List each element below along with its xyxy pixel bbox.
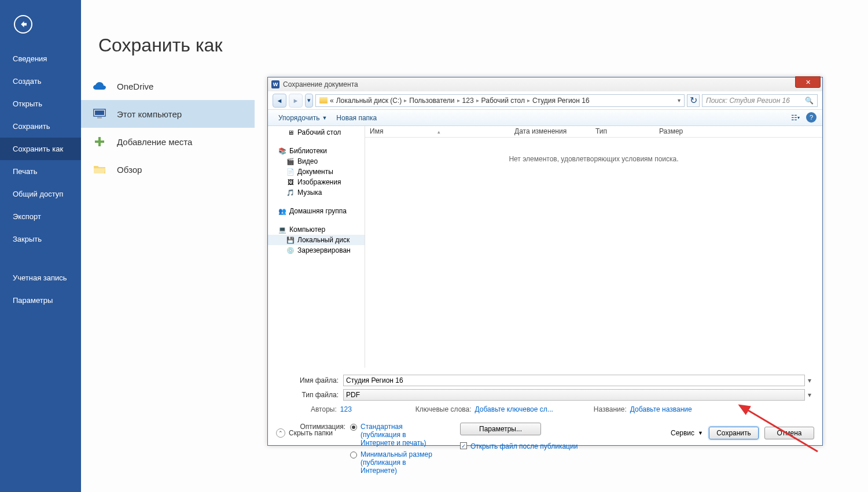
- tree-images[interactable]: 🖼Изображения: [268, 177, 365, 187]
- title-value[interactable]: Добавьте название: [630, 405, 692, 413]
- nav-back-button[interactable]: ◄: [273, 94, 286, 108]
- filename-input[interactable]: [343, 375, 805, 386]
- filename-label: Имя файла:: [276, 376, 343, 384]
- col-type[interactable]: Тип: [591, 126, 654, 137]
- tree-video[interactable]: 🎬Видео: [268, 156, 365, 167]
- col-size[interactable]: Размер: [654, 126, 688, 137]
- dialog-titlebar[interactable]: W Сохранение документа ✕: [268, 77, 822, 91]
- nav-options[interactable]: Параметры: [0, 289, 81, 312]
- address-bar[interactable]: « Локальный диск (C:)▸ Пользователи▸ 123…: [315, 94, 685, 107]
- save-button[interactable]: Сохранить: [709, 427, 759, 439]
- filetype-select[interactable]: PDF: [343, 389, 805, 401]
- cancel-button[interactable]: Отмена: [764, 427, 814, 439]
- refresh-button[interactable]: ↻: [687, 94, 700, 107]
- nav-forward-button[interactable]: ►: [289, 94, 303, 108]
- help-button[interactable]: ?: [806, 112, 816, 123]
- col-name[interactable]: Имя ▴: [365, 126, 510, 137]
- radio-icon: [350, 452, 357, 458]
- cloud-icon: [93, 79, 106, 93]
- document-icon: 📄: [286, 168, 295, 176]
- file-menu-sidebar: Сведения Создать Открыть Сохранить Сохра…: [0, 0, 81, 492]
- refresh-icon: ↻: [690, 95, 697, 106]
- nav-close[interactable]: Закрыть: [0, 228, 81, 250]
- search-icon: 🔍: [805, 97, 814, 105]
- view-button[interactable]: ☷▾: [789, 112, 801, 124]
- tree-music[interactable]: 🎵Музыка: [268, 187, 365, 198]
- tree-homegroup[interactable]: 👥Домашняя группа: [268, 206, 365, 216]
- tree-libraries[interactable]: 📚Библиотеки: [268, 146, 365, 156]
- authors-value[interactable]: 123: [340, 405, 352, 413]
- folder-icon: [319, 97, 328, 103]
- column-headers: Имя ▴ Дата изменения Тип Размер: [365, 126, 822, 138]
- folder-tree[interactable]: 🖥Рабочий стол 📚Библиотеки 🎬Видео 📄Докуме…: [268, 126, 365, 368]
- loc-add-place[interactable]: Добавление места: [81, 128, 255, 156]
- tree-local-disk[interactable]: 💾Локальный диск: [268, 235, 365, 245]
- checkbox-icon: ✓: [460, 442, 467, 449]
- page-title: Сохранить как: [81, 0, 868, 72]
- hide-folders-button[interactable]: ⌃ Скрыть папки: [276, 428, 333, 438]
- desktop-icon: 🖥: [286, 128, 295, 136]
- title-label: Название:: [594, 405, 627, 413]
- loc-label: Этот компьютер: [117, 109, 182, 119]
- authors-label: Авторы:: [311, 405, 337, 413]
- homegroup-icon: 👥: [278, 207, 286, 215]
- keywords-label: Ключевые слова:: [415, 405, 472, 413]
- keywords-value[interactable]: Добавьте ключевое сл...: [475, 405, 553, 413]
- breadcrumb-seg[interactable]: Рабочий стол: [481, 97, 525, 105]
- open-after-checkbox[interactable]: ✓Открыть файл после публикации: [460, 442, 578, 450]
- breadcrumb-seg[interactable]: «: [330, 97, 334, 105]
- music-icon: 🎵: [286, 188, 295, 197]
- loc-label: OneDrive: [117, 82, 153, 91]
- tree-reserved[interactable]: 💿Зарезервирован: [268, 245, 365, 256]
- col-modified[interactable]: Дата изменения: [510, 126, 591, 137]
- nav-open[interactable]: Открыть: [0, 93, 81, 115]
- back-button[interactable]: [14, 15, 32, 34]
- loc-label: Добавление места: [117, 137, 192, 147]
- nav-share[interactable]: Общий доступ: [0, 183, 81, 205]
- dialog-body: 🖥Рабочий стол 📚Библиотеки 🎬Видео 📄Докуме…: [268, 126, 822, 368]
- chevron-up-icon: ⌃: [276, 428, 285, 438]
- breadcrumb-seg[interactable]: Студия Регион 16: [532, 97, 590, 105]
- close-button[interactable]: ✕: [795, 76, 821, 88]
- nav-saveas[interactable]: Сохранить как: [0, 138, 81, 160]
- plus-icon: [93, 135, 106, 149]
- search-input[interactable]: Поиск: Студия Регион 16 🔍: [702, 94, 818, 107]
- nav-info[interactable]: Сведения: [0, 47, 81, 70]
- loc-browse[interactable]: Обзор: [81, 156, 255, 183]
- close-icon: ✕: [806, 79, 811, 86]
- new-folder-button[interactable]: Новая папка: [332, 114, 381, 122]
- address-bar-row: ◄ ► ▾ « Локальный диск (C:)▸ Пользовател…: [268, 91, 822, 110]
- nav-account[interactable]: Учетная запись: [0, 267, 81, 289]
- nav-save[interactable]: Сохранить: [0, 115, 81, 138]
- radio-minimum[interactable]: Минимальный размер (публикация в Интерне…: [350, 450, 437, 475]
- nav-print[interactable]: Печать: [0, 160, 81, 183]
- tree-computer[interactable]: 💻Компьютер: [268, 224, 365, 235]
- disk-icon: 💿: [286, 246, 295, 254]
- folder-icon: [93, 162, 106, 176]
- organize-button[interactable]: Упорядочить▼: [274, 114, 332, 122]
- loc-label: Обзор: [117, 165, 142, 175]
- tree-desktop[interactable]: 🖥Рабочий стол: [268, 127, 365, 138]
- breadcrumb-seg[interactable]: 123: [462, 97, 474, 105]
- search-placeholder: Поиск: Студия Регион 16: [706, 97, 790, 105]
- location-list: OneDrive Этот компьютер Добавление места…: [81, 72, 255, 183]
- empty-message: Нет элементов, удовлетворяющих условиям …: [365, 155, 822, 163]
- breadcrumb-seg[interactable]: Локальный диск (C:): [336, 97, 402, 105]
- nav-history-dropdown[interactable]: ▾: [305, 94, 313, 108]
- tree-documents[interactable]: 📄Документы: [268, 167, 365, 177]
- loc-this-pc[interactable]: Этот компьютер: [81, 100, 255, 128]
- view-icon: ☷: [791, 114, 797, 122]
- svg-rect-2: [97, 117, 102, 119]
- image-icon: 🖼: [286, 178, 295, 186]
- nav-export[interactable]: Экспорт: [0, 205, 81, 228]
- library-icon: 📚: [278, 147, 286, 155]
- dialog-toolbar: Упорядочить▼ Новая папка ☷▾ ?: [268, 110, 822, 126]
- breadcrumb-seg[interactable]: Пользователи: [409, 97, 454, 105]
- dialog-bottom: Имя файла: ▾ Тип файла: PDF ▾ Авторы:123…: [268, 368, 822, 484]
- nav-new[interactable]: Создать: [0, 70, 81, 93]
- disk-icon: 💾: [286, 236, 295, 244]
- service-dropdown[interactable]: Сервис▼: [671, 429, 703, 437]
- word-icon: W: [271, 80, 279, 88]
- video-icon: 🎬: [286, 157, 295, 165]
- loc-onedrive[interactable]: OneDrive: [81, 72, 255, 100]
